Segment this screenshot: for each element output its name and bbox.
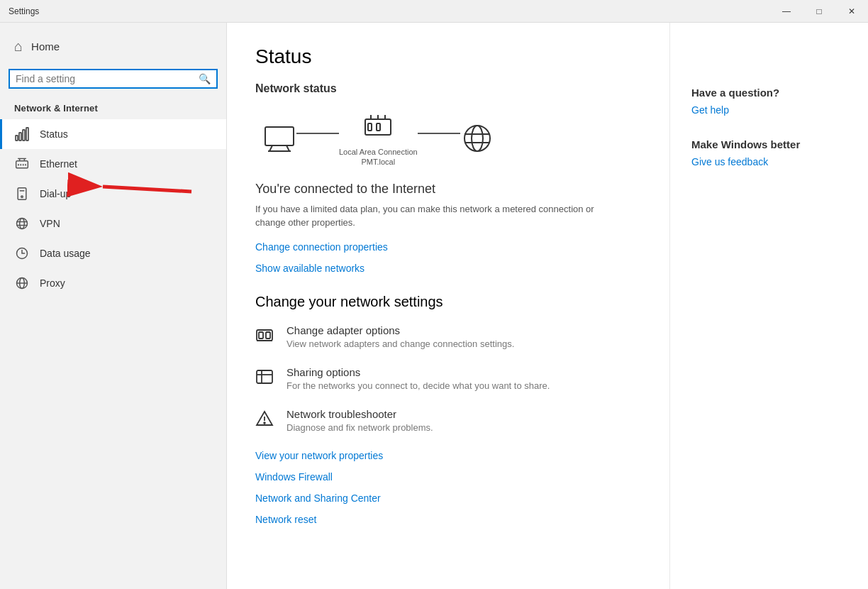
troubleshooter-text: Network troubleshooter Diagnose and fix … [286, 408, 433, 433]
adapter-title: Change adapter options [286, 324, 514, 336]
search-icon: 🔍 [199, 73, 211, 84]
status-icon [14, 127, 30, 141]
computer-node [262, 124, 296, 155]
svg-point-46 [264, 422, 265, 424]
svg-point-33 [464, 126, 490, 151]
sidebar-home-button[interactable]: ⌂ Home [0, 23, 226, 66]
troubleshooter-desc: Diagnose and fix network problems. [286, 422, 433, 433]
svg-rect-0 [16, 136, 18, 141]
connection-label: Local Area ConnectionPMT.local [339, 147, 418, 167]
change-connection-link[interactable]: Change connection properties [255, 241, 641, 253]
sharing-options-item[interactable]: Sharing options For the networks you con… [255, 366, 641, 391]
search-input[interactable] [16, 73, 199, 84]
main-content: Status Network status [227, 23, 669, 589]
sidebar-item-status-label: Status [40, 128, 68, 140]
adapter-options-item[interactable]: Change adapter options View network adap… [255, 324, 641, 349]
datausage-icon [14, 246, 30, 260]
sidebar-item-status[interactable]: Status [0, 119, 226, 149]
windows-firewall-link[interactable]: Windows Firewall [255, 471, 641, 483]
show-networks-link[interactable]: Show available networks [255, 263, 641, 274]
svg-rect-32 [377, 123, 380, 131]
sidebar-item-proxy-label: Proxy [40, 277, 65, 289]
change-settings-title: Change your network settings [255, 294, 641, 310]
ethernet-icon [14, 157, 30, 171]
svg-rect-39 [266, 332, 270, 338]
home-label: Home [31, 40, 60, 53]
svg-rect-3 [26, 128, 28, 141]
get-help-link[interactable]: Get help [691, 104, 847, 116]
network-reset-link[interactable]: Network reset [255, 514, 641, 525]
right-panel: Have a question? Get help Make Windows b… [669, 23, 868, 589]
line-2 [418, 133, 460, 134]
network-sharing-link[interactable]: Network and Sharing Center [255, 492, 641, 504]
sidebar-item-vpn-label: VPN [40, 218, 60, 229]
titlebar: Settings — □ ✕ [0, 0, 868, 23]
internet-node [460, 121, 494, 158]
sidebar-section-title: Network & Internet [0, 97, 226, 119]
svg-point-34 [472, 126, 483, 151]
globe-icon [460, 121, 494, 158]
app-title: Settings [9, 6, 39, 16]
line-1 [296, 133, 339, 134]
network-status-title: Network status [255, 82, 641, 95]
router-icon [361, 112, 395, 143]
connected-sub: If you have a limited data plan, you can… [255, 202, 624, 230]
sidebar-item-proxy[interactable]: Proxy [0, 268, 226, 298]
minimize-button[interactable]: — [770, 0, 803, 23]
make-better-title: Make Windows better [691, 138, 847, 150]
svg-rect-31 [368, 123, 372, 131]
page-title: Status [255, 45, 641, 68]
sidebar-item-datausage[interactable]: Data usage [0, 238, 226, 268]
home-icon: ⌂ [14, 38, 23, 55]
troubleshooter-item[interactable]: Network troubleshooter Diagnose and fix … [255, 408, 641, 433]
troubleshooter-title: Network troubleshooter [286, 408, 433, 420]
adapter-icon [255, 326, 275, 348]
svg-rect-1 [19, 133, 21, 141]
sidebar-item-ethernet[interactable]: Ethernet [0, 149, 226, 179]
adapter-desc: View network adapters and change connect… [286, 338, 514, 349]
sidebar-item-dialup[interactable]: Dial-up [0, 179, 226, 209]
svg-rect-27 [365, 119, 391, 135]
maximize-button[interactable]: □ [803, 0, 835, 23]
bottom-links: View your network properties Windows Fir… [255, 450, 641, 525]
svg-line-25 [286, 145, 289, 151]
svg-rect-2 [23, 130, 25, 141]
svg-rect-38 [259, 332, 263, 338]
sidebar-item-vpn[interactable]: VPN [0, 209, 226, 238]
proxy-icon [14, 276, 30, 290]
svg-point-13 [21, 196, 23, 198]
sharing-title: Sharing options [286, 366, 550, 378]
sidebar: ⌂ Home 🔍 Network & Internet Status [0, 23, 227, 589]
app-body: ⌂ Home 🔍 Network & Internet Status [0, 23, 868, 589]
svg-line-24 [269, 145, 272, 151]
sharing-text: Sharing options For the networks you con… [286, 366, 550, 391]
feedback-section: Make Windows better Give us feedback [691, 138, 847, 167]
svg-point-15 [17, 219, 28, 229]
feedback-link[interactable]: Give us feedback [691, 156, 847, 167]
computer-icon [262, 124, 296, 155]
network-diagram: Local Area ConnectionPMT.local [262, 112, 641, 167]
svg-rect-4 [16, 161, 28, 168]
router-node: Local Area ConnectionPMT.local [339, 112, 418, 167]
troubleshoot-icon [255, 409, 275, 432]
sidebar-item-dialup-label: Dial-up [40, 188, 71, 199]
sidebar-item-ethernet-label: Ethernet [40, 158, 77, 170]
svg-rect-41 [257, 370, 272, 383]
adapter-text: Change adapter options View network adap… [286, 324, 514, 349]
window-controls: — □ ✕ [770, 0, 868, 23]
close-button[interactable]: ✕ [835, 0, 868, 23]
sharing-desc: For the networks you connect to, decide … [286, 380, 550, 391]
sharing-icon [255, 368, 275, 390]
vpn-icon [14, 216, 30, 231]
question-title: Have a question? [691, 87, 847, 99]
svg-rect-23 [265, 127, 294, 145]
help-section: Have a question? Get help [691, 87, 847, 116]
dialup-icon [14, 187, 30, 201]
view-properties-link[interactable]: View your network properties [255, 450, 641, 461]
sidebar-item-datausage-label: Data usage [40, 248, 91, 259]
search-box: 🔍 [9, 69, 218, 89]
svg-point-16 [20, 219, 25, 229]
connected-title: You're connected to the Internet [255, 182, 641, 197]
